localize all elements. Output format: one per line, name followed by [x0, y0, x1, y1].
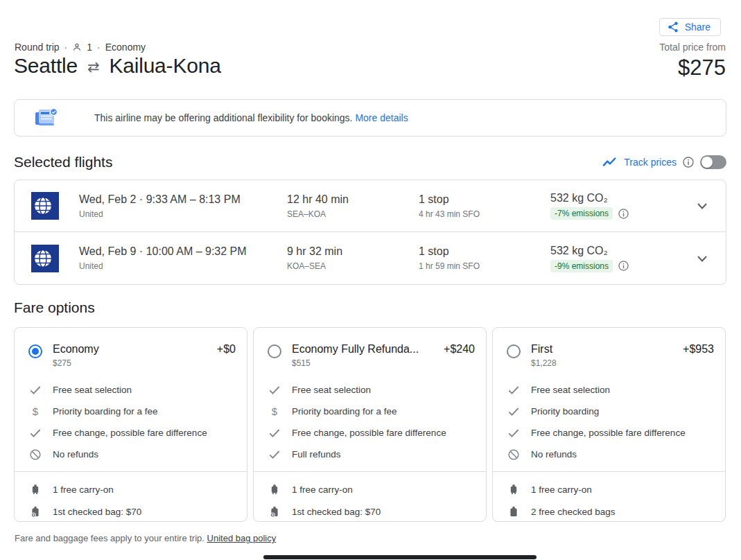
feature-row: Free change, possible fare difference	[28, 422, 236, 444]
fare-features: Free seat selection Priority boarding Fr…	[507, 379, 714, 465]
baggage-fees-note: Fare and baggage fees apply to your enti…	[15, 533, 276, 543]
feature-row: Free change, possible fare difference	[268, 422, 475, 444]
fare-name: Economy	[53, 343, 99, 355]
feature-row: No refunds	[507, 444, 714, 465]
baggage-row: 1st checked bag: $70	[268, 500, 475, 523]
fare-baggage: 1 free carry-on 2 free checked bags	[507, 478, 714, 523]
airline-name: United	[79, 261, 287, 271]
fare-radio-unselected[interactable]	[268, 344, 281, 358]
united-airline-logo	[31, 245, 59, 272]
flight-datetime: Wed, Feb 2 · 9:33 AM – 8:13 PM	[79, 193, 287, 206]
fare-card-header[interactable]: Economy $275 +$0	[28, 343, 236, 368]
swap-arrows-icon: ⇄	[87, 59, 99, 76]
check-icon	[28, 383, 42, 397]
card-divider	[15, 471, 247, 472]
share-icon	[667, 21, 679, 33]
baggage-text: 1 free carry-on	[531, 484, 592, 495]
expand-flight-button[interactable]	[694, 250, 711, 267]
baggage-row: 1 free carry-on	[268, 478, 475, 500]
fare-name: First	[531, 343, 552, 355]
check-icon	[507, 405, 521, 419]
feature-row: Free seat selection	[507, 379, 714, 401]
track-prices-toggle[interactable]	[700, 155, 726, 169]
total-price-value: $275	[678, 55, 726, 80]
fare-price-delta: +$240	[438, 343, 475, 356]
flight-route: KOA–SEA	[287, 261, 419, 271]
fare-name: Economy Fully Refunda...	[292, 343, 419, 355]
no-refunds-icon	[507, 448, 521, 462]
track-prices-area: Track prices	[602, 155, 726, 169]
toggle-knob	[701, 157, 713, 168]
checked-bag-fee-icon	[28, 504, 42, 519]
expand-flight-button[interactable]	[694, 198, 711, 214]
check-icon	[28, 426, 42, 440]
airline-name: United	[79, 209, 287, 219]
info-icon[interactable]	[618, 261, 629, 271]
feature-text: Free change, possible fare difference	[292, 428, 446, 438]
info-icon[interactable]	[683, 157, 694, 168]
feature-row: Free change, possible fare difference	[507, 422, 714, 444]
fare-radio-selected[interactable]	[28, 344, 42, 358]
horizontal-scrollbar[interactable]	[263, 555, 537, 559]
emissions-badge: -7% emissions	[550, 207, 613, 220]
dollar-icon: $	[268, 405, 281, 417]
feature-text: Priority boarding for a fee	[292, 406, 397, 417]
co2-amount: 532 kg CO₂	[550, 192, 689, 204]
flight-row-return[interactable]: Wed, Feb 9 · 10:00 AM – 9:32 PM United 9…	[15, 232, 726, 284]
baggage-row: 1 free carry-on	[28, 478, 236, 500]
flight-datetime: Wed, Feb 9 · 10:00 AM – 9:32 PM	[79, 245, 287, 258]
flight-stops-block: 1 stop 1 hr 59 min SFO	[419, 245, 550, 271]
fare-card-header[interactable]: Economy Fully Refunda... $515 +$240	[268, 343, 475, 368]
fare-card-header[interactable]: First $1,228 +$953	[507, 343, 714, 368]
banner-text: This airline may be offering additional …	[94, 112, 408, 123]
feature-text: Free seat selection	[531, 385, 610, 395]
bag-policy-link[interactable]: United bag policy	[207, 533, 277, 543]
co2-amount: 532 kg CO₂	[550, 245, 689, 257]
checked-bag-icon	[507, 504, 521, 519]
flight-stops-block: 1 stop 4 hr 43 min SFO	[419, 193, 550, 219]
share-button[interactable]: Share	[659, 18, 721, 36]
fare-card-economy-refundable: Economy Fully Refunda... $515 +$240 Free…	[253, 327, 487, 522]
check-icon	[268, 448, 281, 462]
flight-row-outbound[interactable]: Wed, Feb 2 · 9:33 AM – 8:13 PM United 12…	[15, 180, 726, 232]
banner-message: This airline may be offering additional …	[94, 112, 353, 123]
checked-bag-fee-icon	[268, 504, 281, 519]
flight-stops: 1 stop	[419, 245, 550, 258]
no-refunds-icon	[28, 448, 42, 462]
more-details-link[interactable]: More details	[355, 112, 408, 123]
baggage-text: 1st checked bag: $70	[53, 507, 141, 517]
selected-flights-list: Wed, Feb 2 · 9:33 AM – 8:13 PM United 12…	[14, 180, 726, 285]
emissions-badge: -9% emissions	[550, 260, 613, 272]
selected-flights-title: Selected flights	[14, 154, 112, 170]
track-prices-label[interactable]: Track prices	[624, 157, 677, 168]
feature-text: Priority boarding for a fee	[53, 406, 158, 417]
info-icon[interactable]	[618, 209, 629, 219]
trip-summary: Round trip · 1 · Economy	[15, 42, 146, 53]
total-price-label: Total price from	[659, 42, 726, 53]
flight-layover: 1 hr 59 min SFO	[419, 261, 550, 271]
baggage-text: 2 free checked bags	[531, 507, 616, 517]
fare-price: $1,228	[531, 358, 557, 368]
footer-text: Fare and baggage fees apply to your enti…	[15, 533, 204, 543]
feature-text: Free seat selection	[53, 385, 132, 395]
feature-text: Free seat selection	[292, 385, 371, 395]
flight-duration: 9 hr 32 min	[287, 245, 419, 258]
fare-features: Free seat selection $ Priority boarding …	[268, 379, 475, 465]
dollar-icon: $	[28, 405, 42, 417]
share-label: Share	[685, 21, 711, 33]
flight-duration-block: 9 hr 32 min KOA–SEA	[287, 245, 419, 271]
passenger-icon	[72, 42, 82, 52]
feature-text: Free change, possible fare difference	[531, 428, 686, 438]
feature-row: No refunds	[28, 444, 236, 465]
trending-line-icon	[602, 156, 618, 168]
flight-route: SEA–KOA	[287, 209, 419, 219]
separator-dot: ·	[97, 42, 101, 53]
flight-duration: 12 hr 40 min	[287, 193, 419, 206]
origin-city: Seattle	[14, 54, 78, 78]
feature-text: No refunds	[531, 449, 577, 460]
feature-row: Priority boarding	[507, 401, 714, 422]
flight-stops: 1 stop	[419, 193, 550, 206]
flight-datetime-block: Wed, Feb 2 · 9:33 AM – 8:13 PM United	[79, 193, 287, 219]
fare-radio-unselected[interactable]	[507, 344, 521, 358]
card-divider	[254, 471, 486, 472]
